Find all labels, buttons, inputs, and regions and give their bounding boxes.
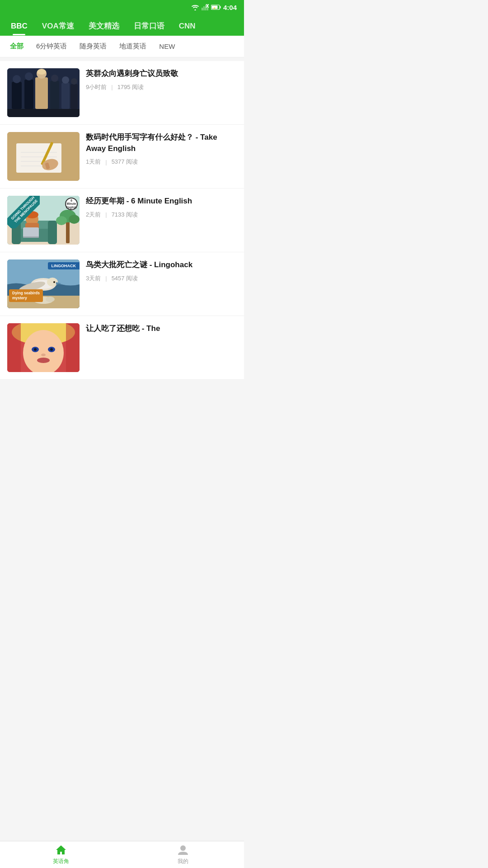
circle-logo: 6MinuteEnglish (65, 198, 78, 210)
article-thumb: LINGOHACK Dying seabirdsmystery (7, 259, 80, 308)
svg-rect-41 (48, 221, 57, 244)
seabirds-badge: Dying seabirdsmystery (9, 289, 43, 302)
svg-text:⚡: ⚡ (213, 6, 216, 10)
article-title: 英群众向遇刺身亡议员致敬 (86, 68, 237, 80)
article-content: 鸟类大批死亡之谜 - Lingohack 3天前 | 5457 阅读 (86, 259, 237, 283)
svg-rect-15 (35, 77, 48, 109)
svg-point-70 (41, 354, 46, 356)
article-content: 数码时代用手写字有什么好处？ - Take Away English 1天前 |… (86, 132, 237, 166)
svg-rect-13 (24, 80, 33, 109)
article-content: 经历更年期 - 6 Minute English 2天前 | 7133 阅读 (86, 196, 237, 219)
svg-point-69 (50, 348, 53, 351)
article-reads: 5457 阅读 (112, 274, 138, 283)
top-nav-bbc[interactable]: BBC (4, 15, 35, 35)
article-time: 3天前 (86, 274, 101, 283)
sub-nav-new[interactable]: NEW (153, 36, 181, 57)
thumb-scene-5 (7, 323, 80, 372)
svg-point-57 (53, 281, 55, 283)
top-nav-kouyu[interactable]: 日常口语 (127, 14, 172, 36)
svg-point-71 (37, 358, 50, 363)
svg-point-17 (37, 69, 46, 75)
svg-point-55 (47, 278, 58, 287)
svg-rect-73 (66, 323, 80, 372)
svg-point-50 (69, 215, 80, 224)
article-list: 英群众向遇刺身亡议员致敬 9小时前 | 1795 阅读 (0, 61, 244, 380)
article-thumb (7, 68, 80, 117)
svg-rect-24 (7, 109, 80, 117)
article-reads: 7133 阅读 (112, 211, 138, 219)
article-content: 英群众向遇刺身亡议员致敬 9小时前 | 1795 阅读 (86, 68, 237, 91)
svg-rect-45 (23, 227, 39, 237)
status-time: 4:04 (223, 4, 237, 11)
status-bar: ⚡ 4:04 (0, 0, 244, 14)
thumb-scene-2 (7, 132, 80, 181)
battery-icon: ⚡ (211, 5, 221, 10)
top-nav-cnn[interactable]: CNN (172, 15, 203, 35)
sub-nav-all[interactable]: 全部 (4, 36, 30, 57)
article-time: 1天前 (86, 158, 101, 166)
article-title: 经历更年期 - 6 Minute English (86, 196, 237, 207)
status-icons: ⚡ 4:04 (191, 4, 237, 11)
article-item[interactable]: GOING THROUGHTHE MENOPAUSE 6MinuteEnglis… (0, 189, 244, 252)
svg-point-19 (51, 75, 58, 82)
svg-rect-11 (12, 82, 22, 109)
article-reads: 1795 阅读 (117, 83, 144, 91)
sub-nav-didao[interactable]: 地道英语 (113, 36, 153, 57)
article-content: 让人吃了还想吃 - The (86, 323, 237, 335)
article-reads: 5377 阅读 (112, 158, 138, 166)
article-item[interactable]: 数码时代用手写字有什么好处？ - Take Away English 1天前 |… (0, 125, 244, 189)
svg-rect-18 (50, 81, 59, 109)
svg-rect-0 (202, 8, 203, 10)
svg-point-23 (71, 78, 77, 85)
wifi-icon (191, 4, 199, 10)
article-thumb (7, 323, 80, 372)
article-meta: 3天前 | 5457 阅读 (86, 274, 237, 283)
svg-point-68 (34, 348, 37, 351)
top-nav-meiwen[interactable]: 美文精选 (81, 14, 127, 36)
svg-rect-7 (220, 6, 221, 9)
sub-nav: 全部 6分钟英语 随身英语 地道英语 NEW (0, 36, 244, 57)
lingohack-badge: LINGOHACK (48, 262, 80, 269)
top-nav: BBC VOA常速 美文精选 日常口语 CNN (0, 14, 244, 36)
article-title: 鸟类大批死亡之谜 - Lingohack (86, 259, 237, 271)
article-item[interactable]: 英群众向遇刺身亡议员致敬 9小时前 | 1795 阅读 (0, 61, 244, 125)
article-meta: 9小时前 | 1795 阅读 (86, 83, 237, 91)
svg-point-61 (46, 297, 55, 302)
article-title: 数码时代用手写字有什么好处？ - Take Away English (86, 132, 237, 154)
signal-icon (202, 4, 209, 10)
article-meta: 1天前 | 5377 阅读 (86, 158, 237, 166)
menopause-badge: GOING THROUGHTHE MENOPAUSE (7, 196, 40, 228)
sub-nav-suishen[interactable]: 随身英语 (73, 36, 113, 57)
svg-rect-72 (7, 323, 21, 372)
svg-point-12 (13, 75, 21, 83)
article-time: 2天前 (86, 211, 101, 219)
svg-rect-22 (70, 84, 78, 109)
svg-rect-1 (203, 6, 205, 10)
svg-rect-20 (61, 83, 70, 109)
sub-nav-6min[interactable]: 6分钟英语 (30, 36, 73, 57)
svg-point-21 (62, 76, 69, 84)
article-thumb (7, 132, 80, 181)
article-meta: 2天前 | 7133 阅读 (86, 211, 237, 219)
article-item[interactable]: 让人吃了还想吃 - The (0, 316, 244, 380)
article-thumb: GOING THROUGHTHE MENOPAUSE 6MinuteEnglis… (7, 196, 80, 245)
svg-rect-46 (23, 236, 39, 238)
thumb-scene-1 (7, 68, 80, 117)
svg-point-49 (56, 216, 67, 225)
article-title: 让人吃了还想吃 - The (86, 323, 237, 335)
svg-point-14 (25, 72, 33, 80)
article-item[interactable]: LINGOHACK Dying seabirdsmystery 鸟类大批死亡之谜… (0, 252, 244, 316)
top-nav-voa[interactable]: VOA常速 (35, 14, 81, 36)
article-time: 9小时前 (86, 83, 107, 91)
